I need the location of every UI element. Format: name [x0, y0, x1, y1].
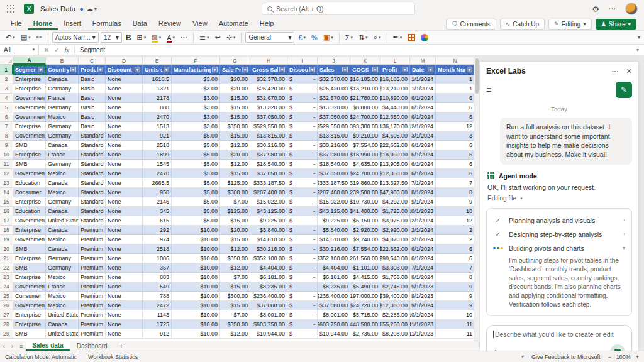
grid-cell[interactable]: $5.00: [172, 178, 220, 188]
grid-cell[interactable]: 6: [436, 141, 474, 150]
grid-cell[interactable]: Canada: [46, 226, 79, 235]
grid-cell[interactable]: $7,554.00: [350, 141, 380, 150]
grid-cell[interactable]: Premium: [79, 320, 106, 329]
menu-automate[interactable]: Automate: [213, 18, 254, 30]
grid-cell[interactable]: $5,840.00: [250, 226, 287, 235]
grid-cell[interactable]: $10,890.00: [380, 94, 410, 103]
agent-task-done[interactable]: ✓Planning analysis and visuals›: [493, 214, 625, 228]
grid-cell[interactable]: Premium: [79, 254, 106, 263]
table-header-cell[interactable]: Date▾: [410, 65, 436, 75]
grid-cell[interactable]: $300.00: [220, 292, 250, 301]
row-header-29[interactable]: 29: [0, 329, 13, 339]
format-painter-button[interactable]: ✏: [35, 33, 44, 42]
table-header-cell[interactable]: Country▾: [46, 65, 79, 75]
grid-cell[interactable]: $20.00: [220, 226, 250, 235]
grid-cell[interactable]: Enterprise: [13, 197, 46, 207]
grid-cell[interactable]: 6/1/2024: [410, 244, 436, 254]
grid-cell[interactable]: $8,235.00: [318, 282, 350, 292]
grid-cell[interactable]: 11: [436, 329, 474, 339]
grid-cell[interactable]: 10: [436, 310, 474, 320]
format-as-table-button[interactable]: [406, 33, 417, 42]
grid-cell[interactable]: $32,370.00: [318, 75, 350, 84]
grid-cell[interactable]: $2,745.00: [380, 282, 410, 292]
grid-cell[interactable]: 615: [143, 216, 172, 226]
grid-cell[interactable]: Enterprise: [13, 254, 46, 263]
grid-cell[interactable]: $30,216.00: [318, 141, 350, 150]
sort-filter-button[interactable]: ⇅▾: [357, 33, 370, 42]
grid-cell[interactable]: Education: [13, 178, 46, 188]
grid-cell[interactable]: $4,605.00: [380, 131, 410, 141]
column-header-M[interactable]: M: [410, 57, 436, 65]
grid-cell[interactable]: $2,286.00: [380, 310, 410, 320]
grid-cell[interactable]: $13,210.00: [350, 84, 380, 94]
cell-name-box[interactable]: A1▾: [0, 45, 39, 55]
vertical-scrollbar[interactable]: [474, 57, 479, 341]
grid-cell[interactable]: $12.00: [220, 263, 250, 273]
grid-cell[interactable]: $4,635.00: [350, 160, 380, 169]
grid-cell[interactable]: 6/1/2024: [410, 160, 436, 169]
row-header-16[interactable]: 16: [0, 207, 13, 216]
status-chevron-icon[interactable]: ▾: [521, 354, 524, 359]
grid-cell[interactable]: Standard: [79, 169, 106, 178]
row-header-14[interactable]: 14: [0, 188, 13, 197]
grid-cell[interactable]: $20.00: [220, 150, 250, 160]
title-chevron-icon[interactable]: ▾: [94, 6, 97, 12]
grid-cell[interactable]: 6: [436, 244, 474, 254]
grid-cell[interactable]: None: [106, 160, 143, 169]
grid-cell[interactable]: $10.00: [172, 263, 220, 273]
table-header-cell[interactable]: Units sold▾: [143, 65, 172, 75]
grid-cell[interactable]: $10.00: [172, 282, 220, 292]
column-header-B[interactable]: B: [46, 57, 79, 65]
grid-cell[interactable]: $90,540.00: [380, 254, 410, 263]
grid-cell[interactable]: $2,736.00: [350, 329, 380, 339]
grid-cell[interactable]: $18,540.00: [318, 160, 350, 169]
filter-dropdown-icon[interactable]: ▾: [309, 67, 315, 72]
fill-color-button[interactable]: ▨▾: [150, 34, 163, 41]
row-header-9[interactable]: 9: [0, 141, 13, 150]
cancel-entry-icon[interactable]: ✕: [44, 47, 49, 53]
zoom-in-button[interactable]: +: [636, 354, 639, 360]
column-header-K[interactable]: K: [350, 57, 380, 65]
grid-cell[interactable]: $12.00: [220, 244, 250, 254]
ribbon-collapse-chevron[interactable]: ▾: [638, 35, 640, 40]
grid-cell[interactable]: $5.00: [172, 131, 220, 141]
grid-cell[interactable]: $-: [287, 197, 318, 207]
filter-dropdown-icon[interactable]: ▾: [164, 67, 169, 72]
grid-cell[interactable]: None: [106, 112, 143, 122]
grid-cell[interactable]: $18,990.00: [350, 150, 380, 160]
column-header-J[interactable]: J: [318, 57, 350, 65]
grid-cell[interactable]: Mexico: [46, 169, 79, 178]
filter-dropdown-icon[interactable]: ▾: [38, 67, 43, 72]
grid-cell[interactable]: $4,870.00: [380, 235, 410, 244]
grid-cell[interactable]: 958: [143, 188, 172, 197]
grid-cell[interactable]: 1006: [143, 254, 172, 263]
grid-cell[interactable]: Enterprise: [13, 150, 46, 160]
grid-cell[interactable]: Standard: [79, 188, 106, 197]
grid-cell[interactable]: Standard: [79, 178, 106, 188]
filter-dropdown-icon[interactable]: ▾: [135, 67, 140, 72]
grid-cell[interactable]: 6/1/2024: [410, 150, 436, 160]
grid-cell[interactable]: Canada: [46, 178, 79, 188]
grid-cell[interactable]: $4,415.00: [350, 273, 380, 282]
grid-cell[interactable]: $155,250.00: [380, 320, 410, 329]
row-header-28[interactable]: 28: [0, 320, 13, 329]
grid-cell[interactable]: $2,920.00: [380, 226, 410, 235]
grid-cell[interactable]: 888: [143, 103, 172, 112]
grid-cell[interactable]: 1321: [143, 84, 172, 94]
grid-cell[interactable]: $10.00: [172, 310, 220, 320]
grid-cell[interactable]: $3.00: [172, 94, 220, 103]
grid-cell[interactable]: $3,075.00: [380, 216, 410, 226]
grid-cell[interactable]: $10.00: [172, 226, 220, 235]
grid-cell[interactable]: 974: [143, 235, 172, 244]
grid-cell[interactable]: Canada: [46, 75, 79, 84]
grid-cell[interactable]: $30,216.00: [250, 244, 287, 254]
grid-cell[interactable]: $43,125.00: [250, 207, 287, 216]
panel-menu-icon[interactable]: ≡: [486, 85, 491, 95]
table-header-cell[interactable]: Discounts▾: [287, 65, 318, 75]
grid-cell[interactable]: Standard: [79, 131, 106, 141]
grid-cell[interactable]: Premium: [79, 235, 106, 244]
grid-cell[interactable]: $13,815.00: [318, 131, 350, 141]
borders-button[interactable]: ⊞▾: [135, 33, 148, 42]
grid-cell[interactable]: $5.00: [172, 188, 220, 197]
grid-cell[interactable]: $-: [287, 282, 318, 292]
